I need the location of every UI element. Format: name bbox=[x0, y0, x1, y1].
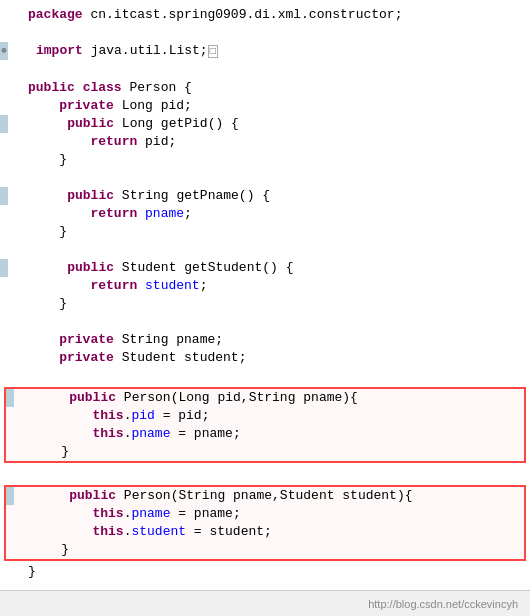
code-text bbox=[28, 313, 522, 331]
code-line: public Long getPid() { bbox=[0, 115, 530, 133]
code-line bbox=[0, 241, 530, 259]
code-line: private String pname; bbox=[0, 331, 530, 349]
code-text: import java.util.List;□ bbox=[36, 42, 522, 61]
code-text: this.pname = pname; bbox=[30, 425, 520, 443]
code-line bbox=[0, 24, 530, 42]
code-text: } bbox=[28, 295, 522, 313]
code-line: private Long pid; bbox=[0, 97, 530, 115]
code-line: return pid; bbox=[0, 133, 530, 151]
code-line: this.pname = pname; bbox=[6, 425, 524, 443]
code-line bbox=[0, 465, 530, 483]
code-line: } bbox=[0, 295, 530, 313]
code-text: this.pname = pname; bbox=[30, 505, 520, 523]
code-text: private String pname; bbox=[28, 331, 522, 349]
code-text: public Person(Long pid,String pname){ bbox=[38, 389, 520, 407]
code-text: this.student = student; bbox=[30, 523, 520, 541]
code-line: return pname; bbox=[0, 205, 530, 223]
code-line bbox=[0, 313, 530, 331]
code-line: } bbox=[0, 223, 530, 241]
code-line: } bbox=[0, 151, 530, 169]
code-text: public Long getPid() { bbox=[36, 115, 522, 133]
code-line: package cn.itcast.spring0909.di.xml.cons… bbox=[0, 6, 530, 24]
code-text: return student; bbox=[28, 277, 522, 295]
code-text: public Person(String pname,Student stude… bbox=[38, 487, 520, 505]
code-line bbox=[0, 169, 530, 187]
code-text: } bbox=[28, 223, 522, 241]
code-line: public Person(String pname,Student stude… bbox=[6, 487, 524, 505]
code-text: public class Person { bbox=[28, 79, 522, 97]
code-line: public Person(Long pid,String pname){ bbox=[6, 389, 524, 407]
code-text bbox=[28, 367, 522, 385]
code-text: private Long pid; bbox=[28, 97, 522, 115]
code-text bbox=[28, 169, 522, 187]
code-text: } bbox=[30, 443, 520, 461]
code-text: package cn.itcast.spring0909.di.xml.cons… bbox=[28, 6, 522, 24]
footer-url: http://blog.csdn.net/cckevincyh bbox=[368, 598, 518, 610]
code-text: return pid; bbox=[28, 133, 522, 151]
code-text: } bbox=[30, 541, 520, 559]
code-line: } bbox=[6, 541, 524, 559]
code-line bbox=[0, 61, 530, 79]
code-text bbox=[28, 24, 522, 42]
code-text: this.pid = pid; bbox=[30, 407, 520, 425]
code-line: this.pid = pid; bbox=[6, 407, 524, 425]
code-text bbox=[28, 465, 522, 483]
code-line bbox=[0, 367, 530, 385]
code-editor: package cn.itcast.spring0909.di.xml.cons… bbox=[0, 0, 530, 590]
code-text: public String getPname() { bbox=[36, 187, 522, 205]
code-text: return pname; bbox=[28, 205, 522, 223]
code-line: return student; bbox=[0, 277, 530, 295]
code-text bbox=[28, 241, 522, 259]
code-line: this.student = student; bbox=[6, 523, 524, 541]
code-text: } bbox=[28, 151, 522, 169]
constructor-box-2: public Person(String pname,Student stude… bbox=[4, 485, 526, 561]
code-text: public Student getStudent() { bbox=[36, 259, 522, 277]
code-line: private Student student; bbox=[0, 349, 530, 367]
code-line: ⊕ import java.util.List;□ bbox=[0, 42, 530, 61]
code-line: public Student getStudent() { bbox=[0, 259, 530, 277]
footer-bar: http://blog.csdn.net/cckevincyh bbox=[0, 590, 530, 616]
code-line: public String getPname() { bbox=[0, 187, 530, 205]
code-text: private Student student; bbox=[28, 349, 522, 367]
code-line: this.pname = pname; bbox=[6, 505, 524, 523]
code-line: } bbox=[0, 563, 530, 581]
code-text: } bbox=[28, 563, 522, 581]
code-line: public class Person { bbox=[0, 79, 530, 97]
code-text bbox=[28, 61, 522, 79]
constructor-box-1: public Person(Long pid,String pname){ th… bbox=[4, 387, 526, 463]
code-line: } bbox=[6, 443, 524, 461]
